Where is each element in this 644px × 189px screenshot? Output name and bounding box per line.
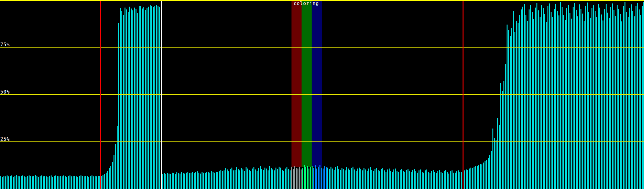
gridline-50pct [0, 94, 644, 95]
histogram-bar [3, 176, 4, 189]
histogram-bar [510, 36, 511, 189]
histogram-bar [420, 169, 421, 189]
histogram-bar [216, 172, 217, 189]
histogram-bar [483, 163, 484, 189]
histogram-bar [475, 166, 476, 189]
histogram-bar [246, 167, 247, 189]
histogram-bar [359, 168, 360, 189]
histogram-bar [24, 176, 25, 189]
histogram-bar [625, 2, 625, 189]
histogram-bar [79, 176, 80, 189]
histogram-bar [404, 172, 405, 189]
histogram-bar [121, 11, 122, 189]
histogram-bar [205, 173, 206, 189]
histogram-bar [319, 165, 320, 189]
histogram-bar [242, 169, 243, 189]
histogram-bar [412, 170, 413, 189]
histogram-bar [496, 140, 497, 189]
histogram-bar [511, 28, 512, 189]
histogram-bar [184, 174, 185, 189]
histogram-bar [541, 5, 542, 189]
histogram-bar [230, 169, 231, 189]
histogram-bar [354, 169, 355, 189]
histogram-bar [513, 11, 514, 189]
histogram-bar [318, 167, 319, 189]
histogram-bar [455, 173, 456, 189]
histogram-bar [593, 5, 594, 189]
histogram-bar [481, 164, 482, 189]
histogram-bar [353, 167, 353, 189]
y-axis-label-75: 75% [0, 42, 10, 47]
histogram-bar [104, 174, 105, 189]
histogram-bar [518, 23, 519, 189]
histogram-bar [489, 155, 490, 189]
histogram-bar [93, 176, 94, 189]
histogram-bar [33, 176, 34, 189]
histogram-bar [423, 173, 424, 189]
histogram-bar [203, 173, 204, 189]
histogram-bar [213, 172, 214, 189]
histogram-bar [46, 176, 47, 189]
histogram-bar [617, 5, 618, 189]
histogram-bar [478, 165, 479, 189]
histogram-bar [376, 168, 377, 189]
histogram-bar [448, 174, 449, 189]
histogram-bar [172, 173, 173, 189]
histogram-bar [285, 169, 286, 189]
histogram-bar [392, 172, 393, 189]
histogram-bar [145, 10, 146, 189]
histogram-bar [0, 176, 1, 189]
histogram-bar [343, 169, 344, 189]
histogram-bar [305, 167, 306, 189]
histogram-bar [227, 169, 228, 189]
histogram-bar [301, 169, 302, 189]
histogram-bar [348, 169, 349, 189]
histogram-bar [153, 7, 154, 189]
histogram-bar [397, 171, 397, 189]
histogram-bar [30, 176, 31, 189]
histogram-bar [637, 3, 638, 189]
histogram-bar [632, 11, 633, 189]
histogram-bar [263, 170, 264, 189]
gridline-100pct [0, 0, 644, 1]
histogram-bar [269, 166, 270, 189]
histogram-bar [538, 10, 539, 189]
histogram-bar [107, 171, 108, 189]
histogram-bar [390, 171, 391, 189]
histogram-bar [191, 173, 192, 189]
histogram-bar [62, 176, 63, 189]
histogram-bar [636, 6, 636, 189]
histogram-bar [165, 174, 166, 189]
histogram-bar [338, 169, 339, 189]
histogram-bar [80, 175, 81, 189]
histogram-bar [417, 173, 418, 189]
histogram-bar [607, 13, 608, 189]
histogram-bar [225, 168, 226, 189]
histogram-bar [167, 173, 168, 189]
histogram-bar [494, 138, 495, 189]
histogram-bar [387, 169, 388, 189]
histogram-bar [13, 177, 14, 189]
histogram-bar [426, 169, 427, 189]
y-axis-label-25: 25% [0, 137, 10, 142]
histogram-bar [486, 160, 487, 189]
histogram-bar [38, 177, 39, 189]
histogram-bar [112, 162, 113, 189]
histogram-bar [228, 171, 229, 189]
histogram-bar [8, 176, 9, 189]
histogram-bar [507, 25, 508, 189]
histogram-bar [381, 169, 382, 189]
histogram-bar [360, 169, 361, 189]
histogram-bar [474, 167, 475, 189]
histogram-bar [395, 169, 396, 189]
histogram-bar [14, 176, 15, 189]
histogram-bar [19, 176, 20, 189]
histogram-panel: 75% 50% 25% coloring [0, 0, 644, 189]
histogram-bar [55, 175, 56, 189]
histogram-bar [591, 8, 592, 189]
histogram-bar [82, 176, 83, 189]
histogram-bar [612, 3, 613, 189]
histogram-bar [628, 17, 629, 189]
histogram-bar [430, 173, 430, 189]
histogram-bar [258, 168, 259, 189]
